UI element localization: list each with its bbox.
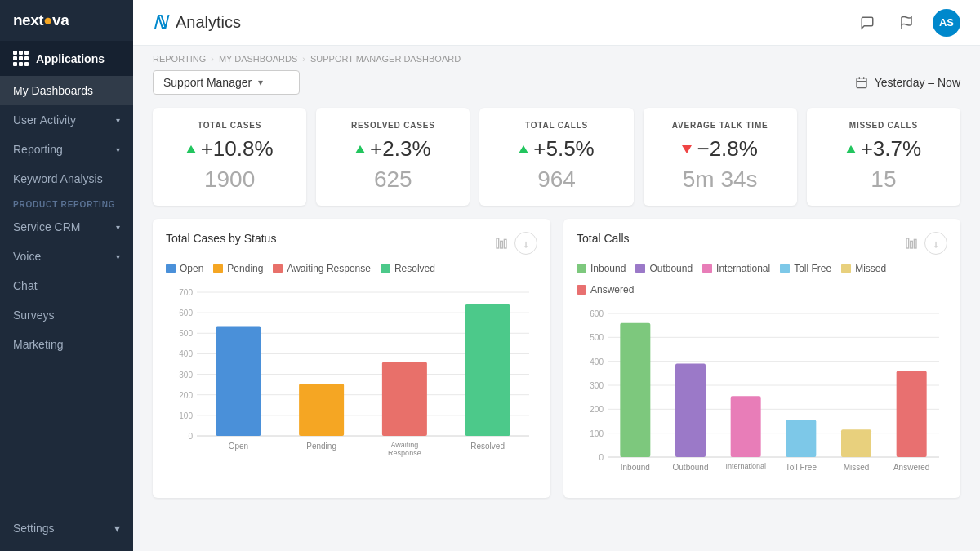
svg-text:0: 0 <box>599 453 604 462</box>
dashboard-selector[interactable]: Support Manager ▾ <box>153 70 300 95</box>
stat-value: 964 <box>491 167 621 193</box>
legend-label: Open <box>180 263 203 274</box>
breadcrumb-support-manager: SUPPORT MANAGER DASHBOARD <box>310 54 461 64</box>
legend-color <box>577 285 586 295</box>
arrow-down-icon <box>682 145 692 153</box>
svg-rect-35 <box>911 241 913 248</box>
stat-value: 5m 34s <box>655 167 786 193</box>
svg-text:Open: Open <box>229 442 248 451</box>
sidebar-item-label: Surveys <box>13 309 55 322</box>
user-avatar[interactable]: AS <box>933 9 960 37</box>
download-button[interactable]: ↓ <box>514 232 537 255</box>
sidebar-item-label: Reporting <box>13 143 63 156</box>
svg-text:Toll Free: Toll Free <box>786 463 817 472</box>
apps-label: Applications <box>36 52 105 65</box>
sidebar-item-keyword-analysis[interactable]: Keyword Analysis <box>0 164 133 193</box>
svg-text:300: 300 <box>590 381 604 390</box>
svg-text:500: 500 <box>179 329 193 338</box>
stat-pct: +10.8% <box>201 136 274 162</box>
svg-text:400: 400 <box>590 358 604 367</box>
svg-text:International: International <box>725 462 766 470</box>
sidebar-item-label: Voice <box>13 250 41 263</box>
chevron-down-icon: ▾ <box>114 522 120 535</box>
stat-label: RESOLVED CASES <box>327 121 458 130</box>
calendar-icon <box>855 76 868 89</box>
stat-value: 1900 <box>164 167 295 193</box>
stat-change: +10.8% <box>164 136 295 162</box>
svg-text:700: 700 <box>179 288 193 297</box>
sidebar-footer: Settings ▾ <box>0 505 133 551</box>
svg-text:200: 200 <box>179 391 193 400</box>
chart-title: Total Calls <box>577 232 630 245</box>
svg-rect-62 <box>897 371 927 457</box>
legend-inbound: Inbound <box>577 263 626 274</box>
svg-rect-54 <box>675 364 706 457</box>
legend-missed: Missed <box>841 263 886 274</box>
sidebar-item-my-dashboards[interactable]: My Dashboards <box>0 76 133 105</box>
chart-legend: Open Pending Awaiting Response Resolved <box>166 263 537 274</box>
svg-rect-29 <box>382 362 427 436</box>
svg-rect-6 <box>501 241 503 248</box>
chart-cases-by-status: Total Cases by Status ↓ Open Pending Awa… <box>153 219 550 498</box>
legend-label: Missed <box>855 263 886 274</box>
charts-row: Total Cases by Status ↓ Open Pending Awa… <box>153 219 960 498</box>
sidebar-item-surveys[interactable]: Surveys <box>0 300 133 330</box>
chat-icon-btn[interactable] <box>854 10 880 36</box>
svg-rect-52 <box>620 323 650 457</box>
legend-color <box>780 264 790 273</box>
svg-text:400: 400 <box>179 349 193 358</box>
apps-grid-icon <box>13 51 28 66</box>
sidebar-item-reporting[interactable]: Reporting ▾ <box>0 135 133 164</box>
svg-text:Resolved: Resolved <box>470 442 505 451</box>
stat-pct: +2.3% <box>370 136 430 162</box>
stat-label: TOTAL CALLS <box>491 121 621 130</box>
chart-title: Total Cases by Status <box>166 232 276 245</box>
apps-menu[interactable]: Applications <box>0 41 133 76</box>
date-range-picker[interactable]: Yesterday – Now <box>855 76 960 89</box>
sidebar-item-voice[interactable]: Voice ▾ <box>0 242 133 271</box>
stat-card-avg-talk-time: AVERAGE TALK TIME −2.8% 5m 34s <box>644 108 797 206</box>
stat-label: AVERAGE TALK TIME <box>655 121 786 130</box>
legend-outbound: Outbound <box>635 263 693 274</box>
sidebar-item-chat[interactable]: Chat <box>0 271 133 300</box>
svg-text:500: 500 <box>590 333 604 342</box>
svg-rect-32 <box>466 304 510 436</box>
main-content: ℕ Analytics AS REPORTING › MY DASHBOARDS… <box>133 0 980 551</box>
chart-legend: Inbound Outbound International Toll Free… <box>577 263 947 295</box>
content-area: REPORTING › MY DASHBOARDS › SUPPORT MANA… <box>133 46 980 551</box>
stat-card-total-calls: TOTAL CALLS +5.5% 964 <box>479 108 633 206</box>
product-reporting-section: PRODUCT REPORTING <box>0 193 133 212</box>
sidebar-item-user-activity[interactable]: User Activity ▾ <box>0 105 133 135</box>
svg-text:0: 0 <box>188 432 193 441</box>
legend-label: Toll Free <box>794 263 831 274</box>
svg-text:Awaiting: Awaiting <box>390 441 418 449</box>
analytics-icon: ℕ <box>153 12 167 33</box>
svg-text:600: 600 <box>179 309 193 318</box>
sidebar-nav: My Dashboards User Activity ▾ Reporting … <box>0 76 133 505</box>
chart-header: Total Cases by Status ↓ <box>166 232 537 255</box>
legend-color <box>577 264 586 273</box>
stat-change: +3.7% <box>818 136 949 162</box>
download-button[interactable]: ↓ <box>924 232 947 255</box>
chart-total-calls: Total Calls ↓ Inbound Outbound Internati… <box>564 219 960 498</box>
sidebar-item-marketing[interactable]: Marketing <box>0 330 133 359</box>
arrow-up-icon <box>186 145 196 153</box>
svg-text:Inbound: Inbound <box>621 463 650 472</box>
sidebar-item-service-crm[interactable]: Service CRM ▾ <box>0 212 133 242</box>
svg-rect-5 <box>497 238 499 248</box>
legend-label: Awaiting Response <box>287 263 371 274</box>
svg-rect-36 <box>914 239 916 248</box>
chevron-down-icon: ▾ <box>116 116 120 125</box>
stat-card-total-cases: TOTAL CASES +10.8% 1900 <box>153 108 306 206</box>
sidebar-item-label: Marketing <box>13 338 63 351</box>
settings-item[interactable]: Settings ▾ <box>13 513 120 543</box>
svg-rect-34 <box>906 238 909 248</box>
legend-color <box>841 264 851 273</box>
legend-pending: Pending <box>213 263 263 274</box>
legend-resolved: Resolved <box>381 263 435 274</box>
arrow-up-icon <box>355 145 365 153</box>
bar-chart-cases: 0100200300400500600700OpenPendingAwaitin… <box>166 284 537 464</box>
legend-color <box>273 264 283 273</box>
legend-label: Inbound <box>590 263 626 274</box>
flag-icon-btn[interactable] <box>893 10 920 36</box>
